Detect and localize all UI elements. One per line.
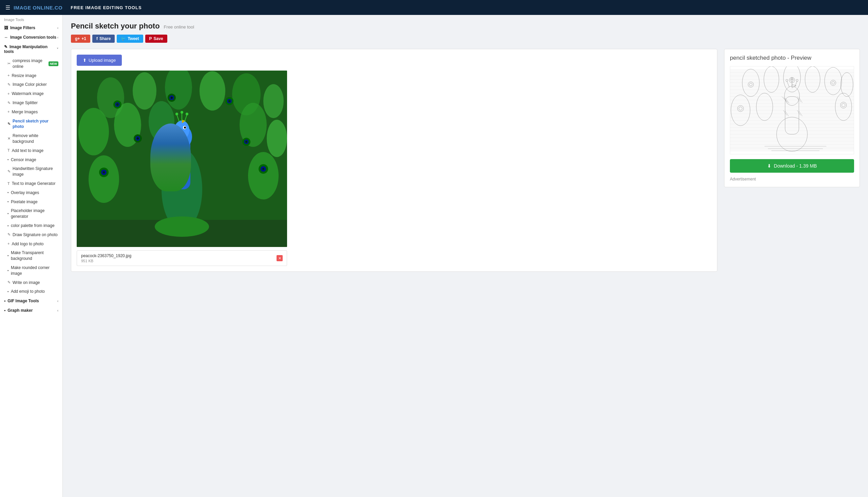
file-details: peacock-2363750_1920.jpg 951 KB [81,253,131,263]
sidebar-group-image-conversion[interactable]: ↔Image Conversion tools ‹ [0,32,62,42]
logo-text: IMAGE [14,5,32,11]
file-name: peacock-2363750_1920.jpg [81,253,131,258]
gplus-button[interactable]: g+ +1 [71,34,90,43]
item-label-pencil-sketch: Pencil sketch your photo [13,118,58,130]
facebook-icon: f [96,36,98,41]
svg-point-49 [155,216,209,237]
source-image [77,71,287,247]
svg-point-2 [133,72,156,110]
sketch-svg [730,67,854,154]
svg-point-38 [181,111,183,114]
sidebar-item-rounded-corner[interactable]: ▪Make rounded corner image [0,263,62,278]
file-remove-button[interactable]: ✕ [276,255,283,261]
download-button[interactable]: ⬇ Download - 1.39 MB [730,159,854,173]
svg-point-41 [248,152,279,199]
svg-point-39 [186,113,188,115]
tool-area: ⬆ Upload image [71,49,860,272]
item-label-remove-white-bg: Remove white background [13,133,58,144]
item-label-compress-image: compress image online [13,58,47,70]
preview-title: pencil sketched photo - Preview [730,55,854,61]
image-preview-container [77,71,287,247]
sidebar-group-image-manipulation[interactable]: ✎Image Manipulation tools ˅ [0,42,62,56]
sidebar-item-add-emoji[interactable]: ▪Add emoji to photo [0,287,62,296]
svg-point-17 [171,97,173,99]
item-icon-merge-images: + [8,109,10,114]
page-subtitle: Free online tool [164,25,195,29]
svg-point-23 [137,138,139,139]
sketch-preview [730,66,854,154]
item-icon-add-emoji: ▪ [8,289,9,294]
body: Image Tools 🖼Image Filters ‹ ↔Image Conv… [0,15,868,497]
sidebar-item-merge-images[interactable]: +Merge Images [0,108,62,117]
sidebar-item-image-color-picker[interactable]: ✎Image Color picker [0,80,62,89]
sidebar-item-add-logo[interactable]: +Add logo to photo [0,240,62,248]
graph-chevron: ‹ [57,309,58,312]
upload-icon: ⬆ [83,58,87,63]
sidebar-item-resize-image[interactable]: +Resize image [0,71,62,81]
file-info-bar: peacock-2363750_1920.jpg 951 KB ✕ [77,250,287,266]
svg-point-40 [88,155,119,203]
item-label-color-palette: color palette from image [11,223,55,229]
pinterest-button[interactable]: P Save [145,34,167,43]
site-logo: IMAGE ONLINE.CO [14,5,62,11]
upload-panel: ⬆ Upload image [71,49,717,272]
item-label-watermark-image: Watermark image [12,91,43,97]
item-icon-censor-image: ▪ [8,157,9,162]
item-icon-watermark-image: + [8,91,10,96]
sidebar-group-graph-maker[interactable]: ▪Graph maker ‹ [0,306,62,315]
item-icon-image-splitter: ✎ [8,100,11,105]
pinterest-icon: P [149,36,152,41]
upload-button[interactable]: ⬆ Upload image [77,55,122,66]
item-label-rounded-corner: Make rounded corner image [11,265,58,276]
twitter-button[interactable]: 🐦 Tweet [117,34,143,43]
manipulation-chevron: ˅ [57,47,58,51]
item-icon-transparent-bg: ▪ [8,253,9,258]
sidebar-item-handwritten-sig[interactable]: ✎Handwritten Signature image [0,164,62,179]
item-icon-overlay-images: ▪ [8,190,9,195]
svg-point-7 [79,108,109,155]
twitter-icon: 🐦 [121,36,126,41]
sidebar-item-censor-image[interactable]: ▪Censor image [0,155,62,165]
svg-rect-28 [173,138,190,189]
sidebar-item-watermark-image[interactable]: +Watermark image [0,89,62,98]
sidebar-item-color-palette[interactable]: ▪color palette from image [0,221,62,230]
sidebar-item-overlay-images[interactable]: ▪Overlay images [0,188,62,197]
item-label-resize-image: Resize image [12,73,36,79]
sidebar-item-write-on-image[interactable]: ✎Write on image [0,278,62,287]
item-icon-placeholder-gen: ▪ [8,211,9,216]
svg-point-6 [263,84,284,118]
facebook-button[interactable]: f Share [92,34,115,43]
gif-icon: ▪ [4,299,5,303]
svg-point-26 [245,141,247,143]
item-icon-draw-signature: ✎ [8,232,11,237]
sidebar-item-transparent-bg[interactable]: ▪Make Transparent background [0,248,62,263]
sidebar-group-gif-tools[interactable]: ▪GIF Image Tools ‹ [0,296,62,306]
svg-point-44 [103,171,105,173]
logo-suffix: ONLINE.CO [32,5,62,11]
sidebar-item-image-splitter[interactable]: ✎Image Splitter [0,98,62,108]
item-label-transparent-bg: Make Transparent background [11,250,58,261]
sidebar-item-placeholder-gen[interactable]: ▪Placeholder image generator [0,206,62,221]
gif-chevron: ‹ [57,299,58,303]
sidebar-item-draw-signature[interactable]: ✎Draw Signature on photo [0,230,62,240]
menu-icon[interactable]: ☰ [5,4,10,11]
item-icon-color-palette: ▪ [8,223,9,228]
sidebar-group-image-filters[interactable]: 🖼Image Filters ‹ [0,23,62,32]
item-icon-rounded-corner: ▪ [8,268,9,273]
sidebar-item-remove-white-bg[interactable]: ✕Remove white background [0,131,62,146]
item-label-handwritten-sig: Handwritten Signature image [13,166,58,178]
page-header: Pencil sketch your photo Free online too… [71,22,860,30]
item-label-placeholder-gen: Placeholder image generator [11,208,58,219]
sidebar-item-add-text[interactable]: TAdd text to image [0,146,62,155]
sidebar-item-pixelate-image[interactable]: ▪Pixelate image [0,197,62,207]
twitter-label: Tweet [128,36,139,41]
sidebar-item-pencil-sketch[interactable]: ✎Pencil sketch your photo [0,117,62,132]
sidebar-item-compress-image[interactable]: ✂compress image onlineNEW [0,56,62,71]
peacock-svg [77,71,287,247]
svg-point-33 [184,127,186,129]
item-label-add-logo: Add logo to photo [12,241,43,247]
svg-point-4 [200,71,225,111]
svg-point-30 [174,120,189,139]
sidebar-item-text-to-image[interactable]: TText to image Generator [0,179,62,188]
item-label-censor-image: Censor image [11,157,36,163]
